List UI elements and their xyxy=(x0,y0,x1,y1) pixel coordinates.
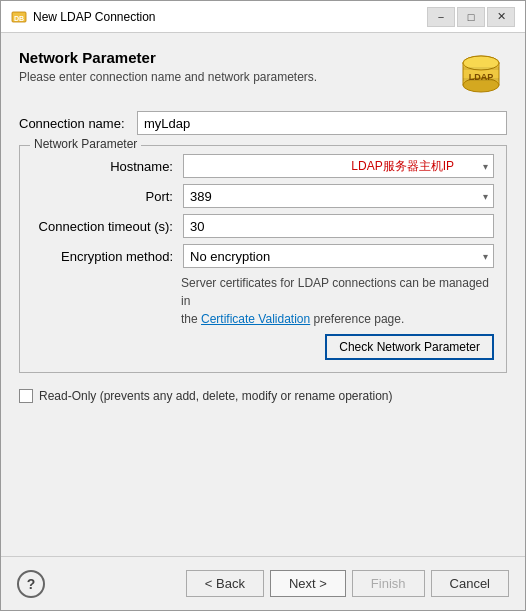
cancel-button[interactable]: Cancel xyxy=(431,570,509,597)
header-text: Network Parameter Please enter connectio… xyxy=(19,49,455,84)
hostname-row: Hostname: LDAP服务器主机IP ▾ xyxy=(32,154,494,178)
window-title: New LDAP Connection xyxy=(33,10,156,24)
readonly-row: Read-Only (prevents any add, delete, mod… xyxy=(19,389,507,403)
port-select[interactable]: 389 xyxy=(183,184,494,208)
header-row: Network Parameter Please enter connectio… xyxy=(19,49,507,101)
finish-button[interactable]: Finish xyxy=(352,570,425,597)
timeout-input[interactable] xyxy=(183,214,494,238)
title-bar-left: DB New LDAP Connection xyxy=(11,9,156,25)
hostname-select-wrap: LDAP服务器主机IP ▾ xyxy=(183,154,494,178)
next-button[interactable]: Next > xyxy=(270,570,346,597)
encryption-row: Encryption method: No encryption SSL Sta… xyxy=(32,244,494,268)
svg-text:DB: DB xyxy=(14,15,24,22)
conn-name-row: Connection name: xyxy=(19,111,507,135)
cert-info: Server certificates for LDAP connections… xyxy=(181,274,494,328)
timeout-label: Connection timeout (s): xyxy=(32,219,177,234)
group-legend: Network Parameter xyxy=(30,137,141,151)
cert-link[interactable]: Certificate Validation xyxy=(201,312,310,326)
port-label: Port: xyxy=(32,189,177,204)
svg-text:LDAP: LDAP xyxy=(469,72,494,82)
port-row: Port: 389 ▾ xyxy=(32,184,494,208)
ldap-icon-container: LDAP xyxy=(455,49,507,101)
cert-info-line1: Server certificates for LDAP connections… xyxy=(181,276,489,308)
hostname-select[interactable] xyxy=(183,154,494,178)
title-bar: DB New LDAP Connection − □ ✕ xyxy=(1,1,525,33)
hostname-label: Hostname: xyxy=(32,159,177,174)
maximize-button[interactable]: □ xyxy=(457,7,485,27)
footer-buttons: < Back Next > Finish Cancel xyxy=(186,570,509,597)
readonly-checkbox[interactable] xyxy=(19,389,33,403)
cert-info-line2: the xyxy=(181,312,201,326)
content-area: Network Parameter Please enter connectio… xyxy=(1,33,525,556)
check-network-button[interactable]: Check Network Parameter xyxy=(325,334,494,360)
dialog-window: DB New LDAP Connection − □ ✕ Network Par… xyxy=(0,0,526,611)
check-btn-row: Check Network Parameter xyxy=(32,334,494,360)
cert-info-line3: preference page. xyxy=(310,312,404,326)
close-button[interactable]: ✕ xyxy=(487,7,515,27)
timeout-row: Connection timeout (s): xyxy=(32,214,494,238)
conn-name-label: Connection name: xyxy=(19,116,129,131)
network-param-group: Network Parameter Hostname: LDAP服务器主机IP … xyxy=(19,145,507,373)
minimize-button[interactable]: − xyxy=(427,7,455,27)
title-bar-controls: − □ ✕ xyxy=(427,7,515,27)
readonly-label: Read-Only (prevents any add, delete, mod… xyxy=(39,389,393,403)
page-title: Network Parameter xyxy=(19,49,455,66)
encryption-label: Encryption method: xyxy=(32,249,177,264)
conn-name-input[interactable] xyxy=(137,111,507,135)
window-icon: DB xyxy=(11,9,27,25)
encryption-select[interactable]: No encryption SSL StartTLS xyxy=(183,244,494,268)
footer: ? < Back Next > Finish Cancel xyxy=(1,556,525,610)
ldap-barrel-icon: LDAP xyxy=(455,49,507,101)
encryption-select-wrap: No encryption SSL StartTLS ▾ xyxy=(183,244,494,268)
footer-left: ? xyxy=(17,570,45,598)
back-button[interactable]: < Back xyxy=(186,570,264,597)
page-subtitle: Please enter connection name and network… xyxy=(19,70,455,84)
help-button[interactable]: ? xyxy=(17,570,45,598)
port-select-wrap: 389 ▾ xyxy=(183,184,494,208)
svg-rect-6 xyxy=(463,67,499,70)
